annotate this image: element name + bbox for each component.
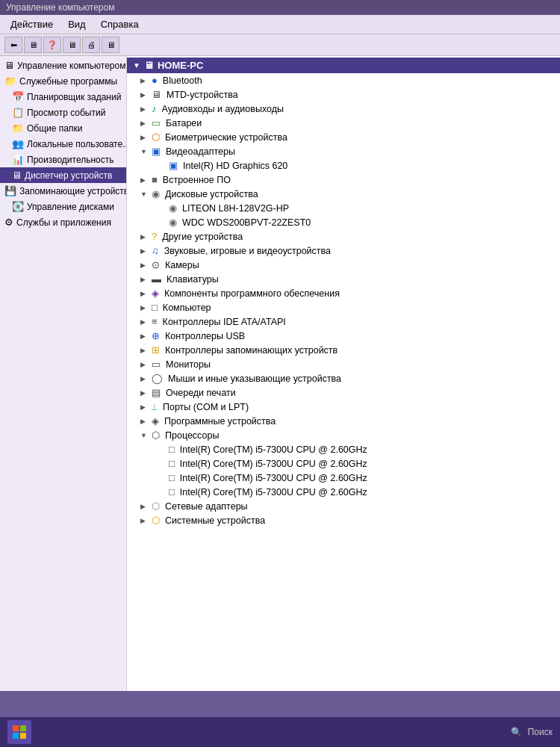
item-icon: □ — [169, 486, 175, 498]
tree-item-computer[interactable]: ▶□Компьютер — [127, 300, 560, 314]
toolbar-btn-1[interactable]: ⬅ — [4, 37, 22, 53]
tree-item-wdc[interactable]: ◉WDC WDS200BPVT-22ZEST0 — [127, 215, 560, 229]
tree-item-cameras[interactable]: ▶⊙Камеры — [127, 258, 560, 272]
tree-arrow: ▶ — [140, 276, 149, 283]
tree-item-print[interactable]: ▶▤Очереди печати — [127, 385, 560, 400]
devmgr-icon: 🖥 — [12, 170, 22, 181]
tree-item-disk[interactable]: ▼◉Дисковые устройства — [127, 187, 560, 201]
item-label: Контроллеры запоминающих устройств — [165, 345, 337, 356]
start-button[interactable] — [7, 720, 31, 744]
left-item-root[interactable]: 🖥 Управление компьютером (л... — [0, 58, 126, 73]
left-item-localusers[interactable]: 👥 Локальные пользовате... — [0, 136, 126, 152]
left-item-eventvwr[interactable]: 📋 Просмотр событий — [0, 105, 126, 120]
tree-arrow: ▼ — [140, 190, 149, 198]
menu-action[interactable]: Действие — [3, 16, 60, 32]
item-label: LITEON L8H-128V2G-HP — [182, 203, 289, 214]
tree-item-intel_hd[interactable]: ▣Intel(R) HD Graphics 620 — [127, 158, 560, 173]
shared-icon: 📁 — [12, 123, 24, 134]
tree-item-cpu1[interactable]: □Intel(R) Core(TM) i5-7300U CPU @ 2.60GH… — [127, 442, 560, 456]
tree-item-cpu3[interactable]: □Intel(R) Core(TM) i5-7300U CPU @ 2.60GH… — [127, 471, 560, 485]
tree-arrow: ▶ — [140, 77, 149, 84]
tree-item-biometric[interactable]: ▶⬡Биометрические устройства — [127, 130, 560, 144]
tree-root[interactable]: ▼ 🖥 HOME-PC — [127, 58, 560, 73]
toolbar-btn-3[interactable]: ❓ — [43, 37, 61, 53]
left-item-localusers-label: Локальные пользовате... — [27, 139, 126, 149]
root-device-icon: 🖥 — [144, 60, 154, 71]
tree-item-video[interactable]: ▼▣Видеоадаптеры — [127, 144, 560, 158]
tree-item-mtd[interactable]: ▶🖥MTD-устройства — [127, 87, 560, 102]
tree-item-battery[interactable]: ▶▭Батареи — [127, 116, 560, 130]
tree-item-audio[interactable]: ▶♪Аудиовходы и аудиовыходы — [127, 102, 560, 116]
item-icon: ◯ — [152, 373, 163, 384]
toolbar-btn-6[interactable]: 🖥 — [102, 37, 119, 53]
tree-arrow: ▶ — [140, 361, 149, 368]
tree-arrow: ▶ — [140, 375, 149, 382]
item-icon: □ — [169, 444, 175, 455]
tree-item-mice[interactable]: ▶◯Мыши и иные указывающие устройства — [127, 371, 560, 385]
tree-item-bluetooth[interactable]: ▶●Bluetooth — [127, 73, 560, 87]
tree-item-ide[interactable]: ▶≡Контроллеры IDE ATA/ATAPI — [127, 314, 560, 329]
title-bar: Управление компьютером — [0, 0, 560, 15]
tree-item-sw_dev[interactable]: ▶◈Программные устройства — [127, 414, 560, 428]
item-label: Компьютер — [163, 303, 211, 313]
taskbar: 🔍 Поиск — [0, 717, 560, 747]
tree-item-ports[interactable]: ▶⟂Порты (COM и LPT) — [127, 400, 560, 414]
left-panel: 🖥 Управление компьютером (л... 📁 Служебн… — [0, 56, 127, 691]
eventvwr-icon: 📋 — [12, 107, 24, 118]
tree-item-monitors[interactable]: ▶▭Мониторы — [127, 357, 560, 371]
tree-item-liteon[interactable]: ◉LITEON L8H-128V2G-HP — [127, 201, 560, 215]
left-item-devmgr[interactable]: 🖥 Диспетчер устройств — [0, 167, 126, 183]
toolbar-btn-4[interactable]: 🖥 — [63, 37, 81, 53]
tree-item-netadapter[interactable]: ▶⬡Сетевые адаптеры — [127, 499, 560, 513]
tree-item-other[interactable]: ▶?Другие устройства — [127, 229, 560, 244]
tree-item-cpu[interactable]: ▼⬡Процессоры — [127, 428, 560, 442]
item-icon: ▭ — [152, 359, 161, 370]
item-icon: ⬡ — [152, 515, 160, 526]
tree-item-firmware[interactable]: ▶■Встроенное ПО — [127, 173, 560, 187]
left-item-storage[interactable]: 💾 Запоминающие устройств... — [0, 183, 126, 199]
left-item-services[interactable]: ⚙ Службы и приложения — [0, 214, 126, 230]
left-item-shared[interactable]: 📁 Общие папки — [0, 120, 126, 136]
left-item-perf[interactable]: 📊 Производительность — [0, 152, 126, 167]
item-icon: ⬡ — [152, 500, 160, 512]
left-item-scheduler[interactable]: 📅 Планировщик заданий — [0, 89, 126, 105]
tree-item-sysdevices[interactable]: ▶⬡Системные устройства — [127, 513, 560, 527]
windows-logo-icon — [13, 725, 26, 739]
item-icon: ♪ — [152, 103, 157, 114]
taskbar-search-label: Поиск — [528, 727, 553, 737]
tree-arrow: ▶ — [140, 503, 149, 510]
tree-item-sound[interactable]: ▶♫Звуковые, игровые и видеоустройства — [127, 244, 560, 258]
tree-item-cpu2[interactable]: □Intel(R) Core(TM) i5-7300U CPU @ 2.60GH… — [127, 456, 560, 471]
item-label: Мыши и иные указывающие устройства — [168, 374, 341, 384]
tree-arrow: ▶ — [140, 120, 149, 127]
menu-help[interactable]: Справка — [93, 16, 146, 32]
item-label: Очереди печати — [166, 388, 236, 398]
toolbar-btn-2[interactable]: 🖥 — [24, 37, 42, 53]
item-icon: ▣ — [152, 146, 161, 157]
left-item-services-label: Службы и приложения — [16, 217, 111, 228]
left-item-diskmgmt[interactable]: 💽 Управление дисками — [0, 199, 126, 214]
item-icon: ⊞ — [152, 344, 160, 356]
toolbar-btn-5[interactable]: 🖨 — [82, 37, 100, 53]
item-icon: ⬡ — [152, 430, 160, 441]
services-icon: ⚙ — [4, 217, 13, 228]
tree-item-keyboard[interactable]: ▶▬Клавиатуры — [127, 272, 560, 286]
tree-item-software[interactable]: ▶◈Компоненты программного обеспечения — [127, 286, 560, 300]
main-area: 🖥 Управление компьютером (л... 📁 Служебн… — [0, 56, 560, 691]
tree-item-cpu4[interactable]: □Intel(R) Core(TM) i5-7300U CPU @ 2.60GH… — [127, 485, 560, 499]
tree-arrow: ▶ — [140, 418, 149, 425]
menu-bar: Действие Вид Справка — [0, 15, 560, 34]
tree-item-storage_ctrl[interactable]: ▶⊞Контроллеры запоминающих устройств — [127, 343, 560, 357]
item-icon: ◉ — [169, 202, 177, 214]
menu-view[interactable]: Вид — [60, 16, 93, 32]
item-icon: ▬ — [152, 273, 161, 285]
item-label: WDC WDS200BPVT-22ZEST0 — [182, 217, 311, 228]
left-item-shared-label: Общие папки — [27, 123, 82, 134]
tree-arrow: ▼ — [140, 148, 149, 155]
item-icon: ▣ — [169, 160, 178, 171]
item-label: Сетевые адаптеры — [165, 501, 248, 512]
left-item-utilities[interactable]: 📁 Служебные программы — [0, 73, 126, 89]
tree-item-usb[interactable]: ▶⊕Контроллеры USB — [127, 329, 560, 343]
utilities-icon: 📁 — [4, 75, 16, 87]
item-icon: ⊙ — [152, 259, 160, 270]
